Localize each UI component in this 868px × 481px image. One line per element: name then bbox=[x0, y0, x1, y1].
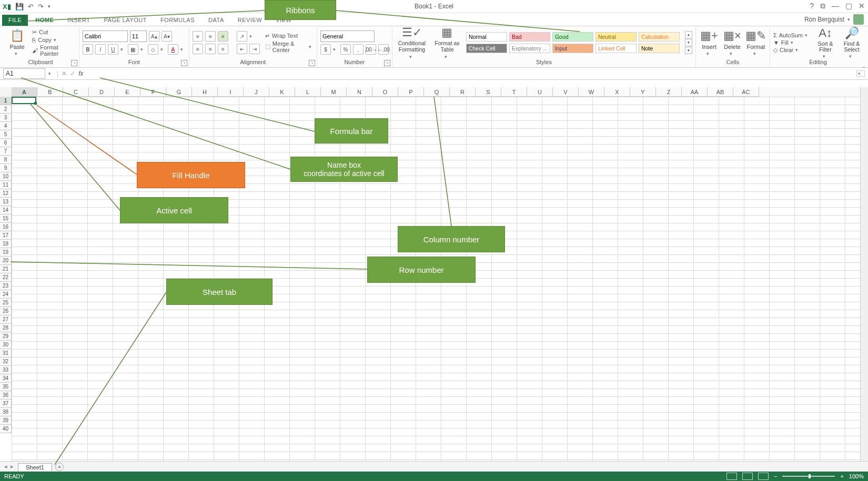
row-header[interactable]: 23 bbox=[0, 282, 12, 290]
zoom-in-button[interactable]: + bbox=[840, 473, 843, 479]
find-select-button[interactable]: 🔎 Find & Select▾ bbox=[841, 26, 863, 59]
align-top-icon[interactable]: ≡ bbox=[193, 31, 203, 42]
row-header[interactable]: 29 bbox=[0, 332, 12, 341]
column-header[interactable]: F bbox=[140, 87, 166, 97]
column-header[interactable]: E bbox=[115, 87, 140, 97]
column-header[interactable]: J bbox=[244, 87, 269, 97]
tab-data[interactable]: DATA bbox=[202, 15, 230, 26]
conditional-formatting-button[interactable]: ☰✓ Conditional Formatting▾ bbox=[396, 26, 428, 59]
row-header[interactable]: 3 bbox=[0, 114, 12, 122]
row-header[interactable]: 25 bbox=[0, 299, 12, 307]
column-header[interactable]: L bbox=[295, 87, 321, 97]
zoom-level[interactable]: 100% bbox=[849, 473, 864, 479]
column-header[interactable]: V bbox=[553, 87, 579, 97]
row-header[interactable]: 37 bbox=[0, 400, 12, 408]
row-header[interactable]: 28 bbox=[0, 324, 12, 332]
row-header[interactable]: 4 bbox=[0, 122, 12, 130]
qat-customize-icon[interactable]: ▾ bbox=[48, 4, 51, 9]
dialog-launcher-icon[interactable]: ↘ bbox=[309, 60, 315, 66]
orientation-icon[interactable]: ↗ bbox=[237, 31, 247, 42]
tab-insert[interactable]: INSERT bbox=[61, 15, 96, 26]
cut-button[interactable]: ✂ Cut bbox=[32, 29, 76, 36]
style-cell[interactable]: Good bbox=[552, 32, 593, 42]
dialog-launcher-icon[interactable]: ↘ bbox=[384, 60, 390, 66]
style-cell[interactable]: Note bbox=[639, 44, 680, 53]
fill-handle[interactable] bbox=[34, 102, 37, 105]
zoom-out-button[interactable]: − bbox=[774, 473, 777, 479]
sort-filter-button[interactable]: A↕ Sort & Filter▾ bbox=[814, 26, 836, 59]
avatar[interactable] bbox=[853, 14, 864, 25]
borders-button[interactable]: ▦ bbox=[128, 44, 138, 55]
number-format-combo[interactable] bbox=[320, 30, 375, 42]
style-cell[interactable]: Calculation bbox=[639, 32, 680, 42]
tab-pagelayout[interactable]: PAGE LAYOUT bbox=[97, 15, 153, 26]
row-header[interactable]: 31 bbox=[0, 349, 12, 357]
column-header[interactable]: H bbox=[192, 87, 218, 97]
active-cell[interactable] bbox=[12, 97, 36, 104]
align-right-icon[interactable]: ≡ bbox=[218, 44, 228, 54]
column-header[interactable]: R bbox=[450, 87, 476, 97]
column-header[interactable]: O bbox=[372, 87, 398, 97]
new-sheet-button[interactable]: + bbox=[55, 463, 64, 471]
style-cell[interactable]: Normal bbox=[466, 32, 507, 42]
enter-icon[interactable]: ✓ bbox=[70, 70, 75, 77]
vertical-scrollbar[interactable] bbox=[860, 87, 868, 463]
row-header[interactable]: 35 bbox=[0, 383, 12, 391]
column-header[interactable]: W bbox=[579, 87, 604, 97]
column-header[interactable]: AA bbox=[682, 87, 708, 97]
column-header[interactable]: S bbox=[476, 87, 501, 97]
column-header[interactable]: K bbox=[269, 87, 295, 97]
ribbon-display-icon[interactable]: ⧉ bbox=[820, 2, 825, 11]
row-header[interactable]: 24 bbox=[0, 290, 12, 299]
column-header[interactable]: M bbox=[321, 87, 347, 97]
tab-nav-next-icon[interactable]: ▸ bbox=[11, 463, 14, 470]
row-header[interactable]: 38 bbox=[0, 408, 12, 416]
tab-file[interactable]: FILE bbox=[2, 15, 28, 26]
increase-indent-icon[interactable]: ⇥ bbox=[249, 44, 260, 54]
close-icon[interactable]: ✕ bbox=[859, 2, 865, 11]
style-cell[interactable]: Linked Cell bbox=[596, 44, 637, 53]
minimize-icon[interactable]: — bbox=[832, 2, 839, 11]
column-header[interactable]: C bbox=[63, 87, 89, 97]
column-header[interactable]: P bbox=[398, 87, 424, 97]
row-header[interactable]: 34 bbox=[0, 374, 12, 383]
column-header[interactable]: T bbox=[501, 87, 527, 97]
undo-icon[interactable]: ↶ bbox=[28, 3, 34, 11]
row-header[interactable]: 17 bbox=[0, 231, 12, 240]
currency-icon[interactable]: $ bbox=[320, 44, 331, 55]
delete-cells-button[interactable]: ▦× Delete▾ bbox=[722, 29, 742, 56]
row-header[interactable]: 27 bbox=[0, 315, 12, 324]
increase-decimal-icon[interactable]: .00→ bbox=[366, 44, 376, 55]
chevron-down-icon[interactable]: ▾ bbox=[847, 17, 850, 22]
gallery-up-icon[interactable]: ▴ bbox=[685, 31, 692, 38]
row-header[interactable]: 10 bbox=[0, 172, 12, 181]
decrease-indent-icon[interactable]: ⇤ bbox=[237, 44, 247, 54]
row-header[interactable]: 9 bbox=[0, 164, 12, 172]
format-painter-button[interactable]: 🖌 Format Painter bbox=[32, 44, 76, 57]
save-icon[interactable]: 💾 bbox=[15, 3, 24, 11]
insert-cells-button[interactable]: ▦+ Insert▾ bbox=[699, 29, 719, 56]
view-page-break-icon[interactable] bbox=[758, 473, 769, 480]
row-header[interactable]: 21 bbox=[0, 265, 12, 273]
column-header[interactable]: I bbox=[218, 87, 244, 97]
column-header[interactable]: AB bbox=[708, 87, 733, 97]
style-cell[interactable]: Check Cell bbox=[466, 44, 507, 53]
row-header[interactable]: 20 bbox=[0, 257, 12, 265]
gallery-more-icon[interactable]: ▾ bbox=[685, 47, 692, 54]
zoom-slider[interactable] bbox=[782, 476, 835, 477]
decrease-decimal-icon[interactable]: ←.00 bbox=[378, 44, 389, 55]
autosum-button[interactable]: Σ AutoSum ▾ bbox=[773, 32, 810, 38]
grow-font-icon[interactable]: A▴ bbox=[149, 31, 159, 42]
column-header[interactable]: Y bbox=[630, 87, 656, 97]
column-header[interactable]: Z bbox=[656, 87, 682, 97]
column-header[interactable]: Q bbox=[424, 87, 450, 97]
align-bottom-icon[interactable]: ≡ bbox=[218, 31, 228, 42]
style-cell[interactable]: Input bbox=[552, 44, 593, 53]
row-header[interactable]: 5 bbox=[0, 130, 12, 139]
comma-icon[interactable]: , bbox=[353, 44, 364, 55]
row-header[interactable]: 32 bbox=[0, 357, 12, 366]
align-middle-icon[interactable]: ≡ bbox=[205, 31, 216, 42]
percent-icon[interactable]: % bbox=[340, 44, 351, 55]
clear-button[interactable]: ◇ Clear ▾ bbox=[773, 47, 810, 54]
row-header[interactable]: 18 bbox=[0, 240, 12, 248]
